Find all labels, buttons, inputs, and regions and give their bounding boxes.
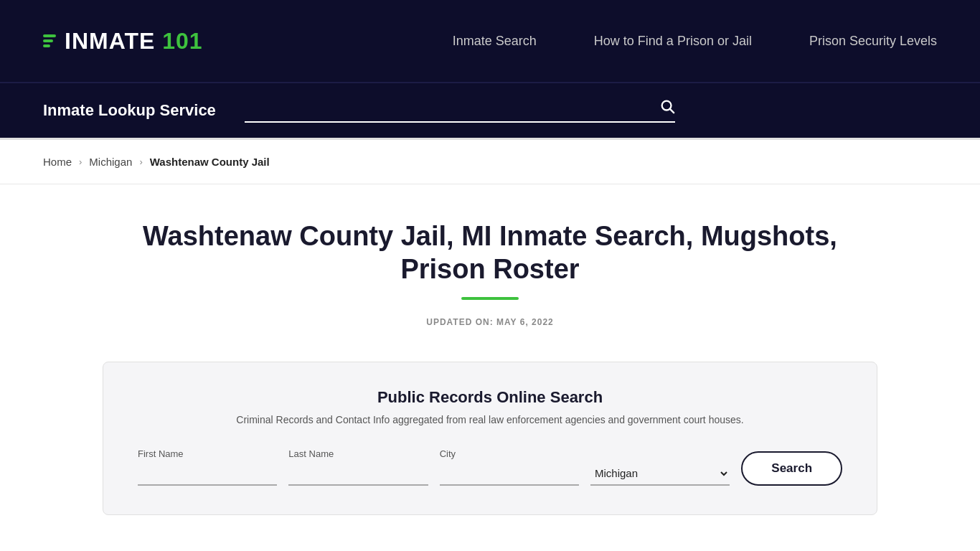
first-name-label: First Name [138, 448, 277, 459]
search-form-row: First Name Last Name City AlabamaAlaskaA… [138, 448, 842, 486]
search-card-description: Criminal Records and Contact Info aggreg… [138, 414, 842, 425]
navbar: INMATE 101 Inmate Search How to Find a P… [0, 0, 980, 83]
nav-links: Inmate Search How to Find a Prison or Ja… [453, 34, 937, 49]
first-name-input[interactable] [138, 463, 277, 486]
breadcrumb-current: Washtenaw County Jail [150, 156, 270, 168]
logo-text: INMATE 101 [65, 28, 203, 55]
logo-icon [43, 34, 56, 47]
search-card-title: Public Records Online Search [138, 388, 842, 407]
last-name-label: Last Name [288, 448, 428, 459]
nav-security-levels[interactable]: Prison Security Levels [809, 34, 937, 49]
nav-find-prison[interactable]: How to Find a Prison or Jail [594, 34, 752, 49]
nav-inmate-search[interactable]: Inmate Search [453, 34, 537, 49]
breadcrumb-sep-2: › [139, 156, 142, 167]
last-name-field: Last Name [288, 448, 428, 486]
search-header-icon[interactable] [659, 98, 675, 118]
breadcrumb: Home › Michigan › Washtenaw County Jail [0, 140, 980, 184]
updated-label: UPDATED ON: MAY 6, 2022 [103, 317, 877, 327]
city-label: City [440, 448, 579, 459]
search-header-input[interactable] [245, 99, 659, 118]
state-select[interactable]: AlabamaAlaskaArizonaArkansasCaliforniaCo… [590, 462, 730, 486]
city-input[interactable] [440, 463, 579, 486]
public-records-search-card: Public Records Online Search Criminal Re… [103, 362, 877, 515]
logo-link[interactable]: INMATE 101 [43, 28, 203, 55]
svg-line-1 [670, 109, 674, 113]
search-header-bar: Inmate Lookup Service [0, 83, 980, 140]
city-field: City [440, 448, 579, 486]
main-content: Washtenaw County Jail, MI Inmate Search,… [60, 184, 920, 544]
search-header-label: Inmate Lookup Service [43, 101, 216, 120]
search-header-input-wrap [245, 98, 675, 123]
page-title: Washtenaw County Jail, MI Inmate Search,… [103, 220, 877, 286]
breadcrumb-home[interactable]: Home [43, 156, 72, 168]
search-button[interactable]: Search [741, 451, 842, 486]
last-name-input[interactable] [288, 463, 428, 486]
breadcrumb-state[interactable]: Michigan [89, 156, 132, 168]
breadcrumb-sep-1: › [79, 156, 82, 167]
title-underline-decoration [461, 297, 519, 300]
first-name-field: First Name [138, 448, 277, 486]
state-field: AlabamaAlaskaArizonaArkansasCaliforniaCo… [590, 458, 730, 486]
